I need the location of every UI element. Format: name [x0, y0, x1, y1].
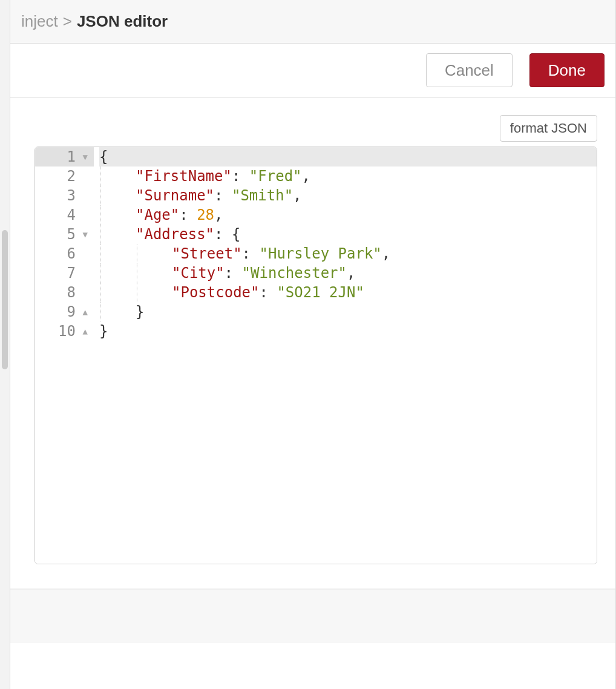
token-punc: :	[242, 245, 260, 262]
fold-close-icon[interactable]	[79, 308, 88, 316]
code-line[interactable]: "Surname": "Smith",	[99, 186, 597, 205]
token-punc: :	[179, 206, 197, 223]
line-number: 3	[55, 186, 76, 205]
gutter-line[interactable]: 2	[35, 166, 94, 186]
dialog-footer	[10, 588, 615, 643]
token-key: "Street"	[172, 245, 242, 262]
fold-close-icon[interactable]	[79, 327, 88, 335]
token-punc: }	[136, 303, 144, 320]
gutter-line[interactable]: 5	[35, 225, 94, 244]
gutter-line[interactable]: 4	[35, 205, 94, 225]
code-line[interactable]: "City": "Winchester",	[99, 263, 597, 283]
code-line[interactable]: {	[99, 147, 597, 166]
code-line[interactable]: "FirstName": "Fred",	[99, 166, 597, 186]
code-line[interactable]: "Address": {	[99, 225, 597, 244]
token-punc: ,	[293, 187, 301, 204]
token-punc: }	[99, 323, 108, 340]
code-line[interactable]: }	[99, 321, 597, 341]
gutter-line[interactable]: 8	[35, 283, 94, 302]
token-key: "Age"	[136, 206, 179, 223]
gutter-line[interactable]: 6	[35, 244, 94, 263]
token-punc: ,	[382, 245, 390, 262]
dialog-toolbar: Cancel Done	[10, 44, 615, 98]
breadcrumb-prev[interactable]: inject	[21, 12, 58, 31]
format-json-button[interactable]: format JSON	[500, 115, 597, 142]
fold-open-icon[interactable]	[79, 230, 88, 239]
token-key: "Postcode"	[172, 284, 260, 301]
token-punc: ,	[214, 206, 223, 223]
cancel-button[interactable]: Cancel	[426, 53, 513, 87]
gutter-line[interactable]: 7	[35, 263, 94, 283]
token-num: 28	[197, 206, 214, 223]
token-punc: {	[99, 148, 108, 165]
token-str: "Fred"	[249, 168, 302, 185]
code-line[interactable]: "Postcode": "SO21 2JN"	[99, 283, 597, 302]
editor-gutter: 12345678910	[35, 147, 94, 564]
token-punc: : {	[214, 226, 240, 243]
line-number: 8	[55, 283, 76, 302]
breadcrumb-sep: >	[63, 12, 72, 31]
token-key: "City"	[172, 265, 224, 282]
gutter-line[interactable]: 3	[35, 186, 94, 205]
line-number: 2	[55, 166, 76, 186]
line-number: 5	[55, 225, 76, 244]
token-str: "Smith"	[232, 187, 293, 204]
token-key: "Surname"	[136, 187, 214, 204]
done-button[interactable]: Done	[529, 53, 605, 87]
line-number: 10	[55, 321, 76, 341]
gutter-line[interactable]: 9	[35, 302, 94, 321]
token-punc: :	[214, 187, 232, 204]
line-number: 7	[55, 263, 76, 283]
editor-panel: inject > JSON editor Cancel Done format …	[10, 0, 616, 689]
token-key: "Address"	[136, 226, 214, 243]
code-line[interactable]: "Age": 28,	[99, 205, 597, 225]
line-number: 1	[55, 147, 76, 166]
token-key: "FirstName"	[136, 168, 232, 185]
token-punc: :	[224, 265, 242, 282]
gutter-line[interactable]: 1	[35, 147, 94, 166]
breadcrumb-current: JSON editor	[77, 12, 168, 31]
editor-code[interactable]: {"FirstName": "Fred","Surname": "Smith",…	[94, 147, 597, 564]
token-str: "SO21 2JN"	[277, 284, 364, 301]
gutter-line[interactable]: 10	[35, 321, 94, 341]
line-number: 4	[55, 205, 76, 225]
token-str: "Hursley Park"	[260, 245, 382, 262]
code-line[interactable]: }	[99, 302, 597, 321]
line-number: 6	[55, 244, 76, 263]
line-number: 9	[55, 302, 76, 321]
token-punc: :	[260, 284, 277, 301]
vertical-scrollbar[interactable]	[2, 230, 8, 369]
code-line[interactable]: "Street": "Hursley Park",	[99, 244, 597, 263]
token-str: "Winchester"	[242, 265, 347, 282]
fold-open-icon[interactable]	[79, 153, 88, 161]
json-editor[interactable]: 12345678910 {"FirstName": "Fred","Surnam…	[34, 147, 597, 564]
token-punc: ,	[302, 168, 310, 185]
editor-content: format JSON 12345678910 {"FirstName": "F…	[10, 98, 615, 588]
token-punc: :	[232, 168, 249, 185]
token-punc: ,	[347, 265, 355, 282]
breadcrumb: inject > JSON editor	[10, 0, 615, 44]
